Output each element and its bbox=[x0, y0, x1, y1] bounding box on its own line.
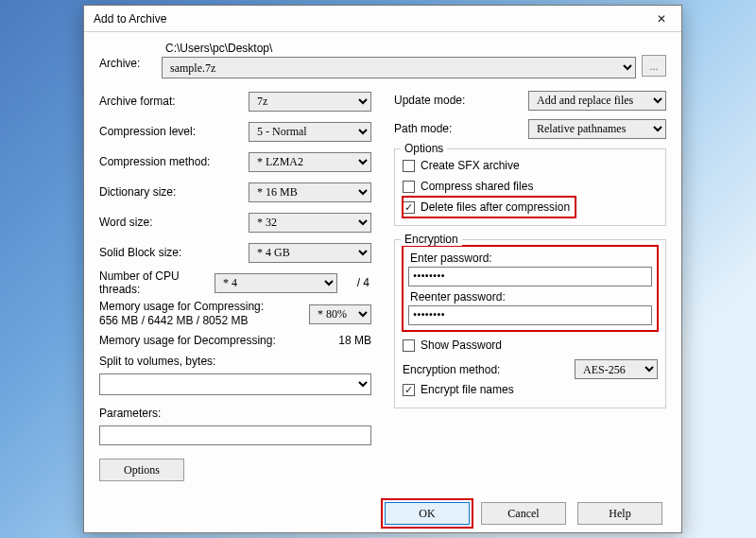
dictionary-size-select[interactable]: * 16 MB bbox=[249, 182, 371, 202]
password-box-highlight: Enter password: Reenter password: bbox=[403, 246, 658, 331]
checkbox-icon: ✓ bbox=[403, 384, 415, 396]
solid-block-size-label: Solid Block size: bbox=[99, 246, 249, 259]
mem-decompress-label: Memory usage for Decompressing: bbox=[99, 334, 276, 347]
close-button[interactable]: ✕ bbox=[642, 6, 681, 32]
delete-after-checkbox[interactable]: ✓Delete files after compression bbox=[403, 197, 576, 217]
checkbox-icon bbox=[403, 181, 415, 193]
options-button[interactable]: Options bbox=[99, 459, 184, 481]
split-volumes-select[interactable] bbox=[99, 373, 371, 395]
mem-compress-label: Memory usage for Compressing: bbox=[99, 300, 309, 314]
word-size-select[interactable]: * 32 bbox=[249, 213, 371, 233]
compression-method-select[interactable]: * LZMA2 bbox=[249, 152, 371, 172]
compression-level-label: Compression level: bbox=[99, 125, 249, 138]
check-icon: ✓ bbox=[404, 385, 413, 395]
options-group-title: Options bbox=[401, 142, 447, 155]
checkbox-icon bbox=[403, 339, 415, 352]
help-button[interactable]: Help bbox=[577, 502, 662, 525]
update-mode-select[interactable]: Add and replace files bbox=[528, 91, 666, 111]
parameters-label: Parameters: bbox=[99, 405, 371, 422]
close-icon: ✕ bbox=[657, 12, 666, 26]
path-mode-label: Path mode: bbox=[394, 122, 528, 135]
reenter-password-label: Reenter password: bbox=[410, 290, 652, 304]
checkbox-icon bbox=[403, 160, 415, 172]
archive-label: Archive: bbox=[99, 40, 156, 70]
show-password-checkbox[interactable]: Show Password bbox=[403, 335, 658, 356]
encryption-group-title: Encryption bbox=[401, 233, 462, 246]
archive-format-label: Archive format: bbox=[99, 95, 249, 108]
compression-level-select[interactable]: 5 - Normal bbox=[249, 122, 371, 142]
encryption-group: Encryption Enter password: Reenter passw… bbox=[394, 239, 666, 408]
cancel-button[interactable]: Cancel bbox=[481, 502, 566, 525]
reenter-password-input[interactable] bbox=[408, 305, 652, 325]
compress-shared-checkbox[interactable]: Compress shared files bbox=[403, 176, 658, 197]
create-sfx-checkbox[interactable]: Create SFX archive bbox=[403, 155, 658, 176]
split-volumes-label: Split to volumes, bytes: bbox=[99, 353, 371, 370]
encrypt-file-names-checkbox[interactable]: ✓Encrypt file names bbox=[403, 379, 658, 400]
update-mode-label: Update mode: bbox=[394, 94, 528, 107]
encryption-method-label: Encryption method: bbox=[403, 363, 569, 376]
titlebar: Add to Archive ✕ bbox=[84, 6, 681, 32]
compression-method-label: Compression method: bbox=[99, 155, 249, 168]
options-group: Options Create SFX archive Compress shar… bbox=[394, 148, 666, 226]
browse-button[interactable]: ... bbox=[642, 55, 666, 77]
path-mode-select[interactable]: Relative pathnames bbox=[528, 119, 666, 139]
cpu-threads-total: / 4 bbox=[337, 276, 371, 289]
enter-password-input[interactable] bbox=[408, 267, 652, 286]
window-title: Add to Archive bbox=[94, 12, 166, 26]
archive-format-select[interactable]: 7z bbox=[249, 92, 371, 112]
ok-button[interactable]: OK bbox=[385, 502, 470, 525]
check-icon: ✓ bbox=[404, 202, 413, 213]
archive-path: C:\Users\pc\Desktop\ bbox=[162, 40, 636, 57]
cpu-threads-select[interactable]: * 4 bbox=[215, 273, 337, 293]
cpu-threads-label: Number of CPU threads: bbox=[99, 269, 215, 296]
solid-block-size-select[interactable]: * 4 GB bbox=[249, 243, 371, 263]
mem-compress-pct-select[interactable]: * 80% bbox=[309, 304, 371, 324]
enter-password-label: Enter password: bbox=[410, 252, 652, 265]
parameters-input[interactable] bbox=[99, 425, 371, 445]
mem-decompress-value: 18 MB bbox=[338, 334, 371, 347]
word-size-label: Word size: bbox=[99, 216, 249, 229]
add-to-archive-dialog: Add to Archive ✕ Archive: C:\Users\pc\De… bbox=[83, 5, 682, 533]
checkbox-icon: ✓ bbox=[403, 201, 415, 214]
archive-filename-select[interactable]: sample.7z bbox=[162, 57, 636, 78]
mem-compress-detail: 656 MB / 6442 MB / 8052 MB bbox=[99, 314, 309, 328]
dictionary-size-label: Dictionary size: bbox=[99, 185, 249, 199]
encryption-method-select[interactable]: AES-256 bbox=[575, 359, 658, 379]
